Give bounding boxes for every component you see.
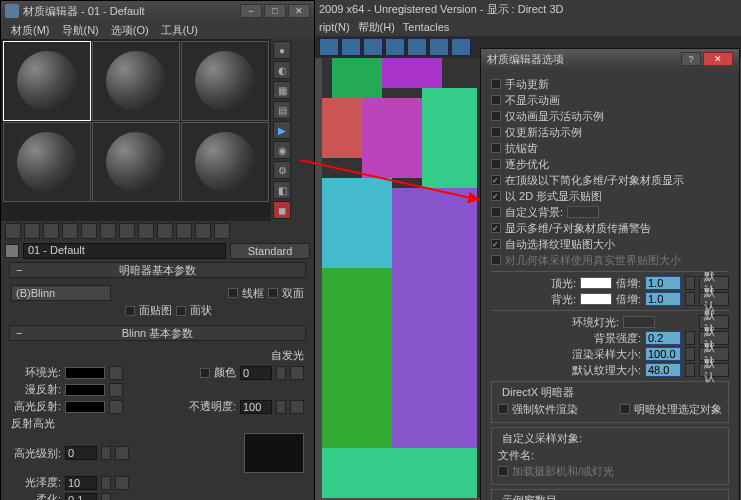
section-blinn-params[interactable]: Blinn 基本参数 xyxy=(9,325,306,341)
backlight-mult-spinner[interactable] xyxy=(685,292,695,306)
toolbar-icon[interactable] xyxy=(319,38,339,56)
only-anim-checkbox[interactable] xyxy=(491,111,501,121)
toplight-mult-spinner[interactable] xyxy=(685,276,695,290)
diffuse-swatch[interactable] xyxy=(65,384,105,396)
ambient-lock-icon[interactable] xyxy=(109,366,123,380)
multiwarn-checkbox[interactable] xyxy=(491,223,501,233)
menu-tools[interactable]: 工具(U) xyxy=(155,21,204,39)
material-type-button[interactable]: Standard xyxy=(230,243,310,259)
material-map-nav-icon[interactable]: ◼ xyxy=(273,201,291,219)
close-button[interactable]: ✕ xyxy=(288,4,310,18)
antialias-checkbox[interactable] xyxy=(491,143,501,153)
make-copy-icon[interactable] xyxy=(81,223,97,239)
custbg-checkbox[interactable] xyxy=(491,207,501,217)
texsz-field[interactable]: 48.0 xyxy=(645,363,681,377)
menu-material[interactable]: 材质(M) xyxy=(5,21,56,39)
titlebar[interactable]: 材质编辑器 - 01 - Default − □ ✕ xyxy=(1,1,314,21)
selfillum-color-checkbox[interactable] xyxy=(200,368,210,378)
no-anim-checkbox[interactable] xyxy=(491,95,501,105)
toolbar-icon[interactable] xyxy=(429,38,449,56)
soften-value[interactable]: 0.1 xyxy=(65,493,97,501)
rendsz-field[interactable]: 100.0 xyxy=(645,347,681,361)
material-name-field[interactable]: 01 - Default xyxy=(23,243,226,259)
menu-script[interactable]: ript(N) xyxy=(319,21,350,33)
faceted-checkbox[interactable] xyxy=(176,306,186,316)
only-active-checkbox[interactable] xyxy=(491,127,501,137)
material-slot[interactable] xyxy=(3,122,91,202)
gloss-value[interactable]: 10 xyxy=(65,476,97,490)
toolbar-icon[interactable] xyxy=(341,38,361,56)
twosided-checkbox[interactable] xyxy=(268,288,278,298)
backlight-swatch[interactable] xyxy=(580,293,612,305)
get-material-icon[interactable] xyxy=(5,223,21,239)
speclevel-spinner[interactable] xyxy=(101,446,111,460)
bgint-spinner[interactable] xyxy=(685,331,695,345)
shader-dropdown[interactable]: (B)Blinn xyxy=(11,285,111,301)
rendsz-spinner[interactable] xyxy=(685,347,695,361)
material-slot[interactable] xyxy=(92,41,180,121)
toolbar-icon[interactable] xyxy=(407,38,427,56)
diffuse-map-button[interactable] xyxy=(109,383,123,397)
video-check-icon[interactable]: ▶ xyxy=(273,121,291,139)
options-icon[interactable]: ⚙ xyxy=(273,161,291,179)
toolbar-icon[interactable] xyxy=(363,38,383,56)
custbg-swatch[interactable] xyxy=(567,206,599,218)
sample-uv-icon[interactable]: ▤ xyxy=(273,101,291,119)
put-to-lib-icon[interactable] xyxy=(119,223,135,239)
background-icon[interactable]: ▦ xyxy=(273,81,291,99)
opacity-spinner[interactable] xyxy=(276,400,286,414)
simplify-checkbox[interactable] xyxy=(491,175,501,185)
speclevel-map-button[interactable] xyxy=(115,446,129,460)
reset-map-icon[interactable] xyxy=(62,223,78,239)
toplight-swatch[interactable] xyxy=(580,277,612,289)
speclevel-value[interactable]: 0 xyxy=(65,446,97,460)
autotex-checkbox[interactable] xyxy=(491,239,501,249)
backlight-mult-field[interactable]: 1.0 xyxy=(645,292,681,306)
selfillum-spinner[interactable] xyxy=(276,366,286,380)
show2d-checkbox[interactable] xyxy=(491,191,501,201)
make-unique-icon[interactable] xyxy=(100,223,116,239)
section-shader-params[interactable]: 明暗器基本参数 xyxy=(9,262,306,278)
ambient-swatch[interactable] xyxy=(65,367,105,379)
show-end-icon[interactable] xyxy=(176,223,192,239)
select-by-mat-icon[interactable]: ◧ xyxy=(273,181,291,199)
dialog-help-button[interactable]: ? xyxy=(681,52,701,66)
gloss-spinner[interactable] xyxy=(101,476,111,490)
put-to-scene-icon[interactable] xyxy=(24,223,40,239)
dialog-titlebar[interactable]: 材质编辑器选项 ? ✕ xyxy=(481,49,739,69)
shade-sel-checkbox[interactable] xyxy=(620,404,630,414)
facemap-checkbox[interactable] xyxy=(125,306,135,316)
viewport[interactable] xyxy=(322,58,480,498)
sample-type-icon[interactable]: ● xyxy=(273,41,291,59)
maximize-button[interactable]: □ xyxy=(264,4,286,18)
show-map-icon[interactable] xyxy=(157,223,173,239)
material-slot[interactable] xyxy=(92,122,180,202)
material-slot[interactable] xyxy=(181,122,269,202)
opacity-value[interactable]: 100 xyxy=(240,400,272,414)
backlight-icon[interactable]: ◐ xyxy=(273,61,291,79)
go-forward-icon[interactable] xyxy=(214,223,230,239)
specular-map-button[interactable] xyxy=(109,400,123,414)
toolbar-icon[interactable] xyxy=(385,38,405,56)
menu-tentacles[interactable]: Tentacles xyxy=(403,21,449,33)
selfillum-map-button[interactable] xyxy=(290,366,304,380)
amblight-swatch[interactable] xyxy=(623,316,655,328)
specular-swatch[interactable] xyxy=(65,401,105,413)
menu-help[interactable]: 帮助(H) xyxy=(358,20,395,35)
menu-options[interactable]: 选项(O) xyxy=(105,21,155,39)
backlight-default-button[interactable]: 默认 xyxy=(699,292,729,306)
dialog-close-button[interactable]: ✕ xyxy=(703,52,733,66)
wire-checkbox[interactable] xyxy=(228,288,238,298)
toplight-mult-field[interactable]: 1.0 xyxy=(645,276,681,290)
pick-icon[interactable] xyxy=(5,244,19,258)
mat-id-icon[interactable] xyxy=(138,223,154,239)
gloss-map-button[interactable] xyxy=(115,476,129,490)
opacity-map-button[interactable] xyxy=(290,400,304,414)
menu-navigate[interactable]: 导航(N) xyxy=(56,21,105,39)
texsz-default-button[interactable]: 默认 xyxy=(699,363,729,377)
manual-update-checkbox[interactable] xyxy=(491,79,501,89)
material-slot[interactable] xyxy=(181,41,269,121)
go-parent-icon[interactable] xyxy=(195,223,211,239)
selfillum-value[interactable]: 0 xyxy=(240,366,272,380)
make-preview-icon[interactable]: ◉ xyxy=(273,141,291,159)
